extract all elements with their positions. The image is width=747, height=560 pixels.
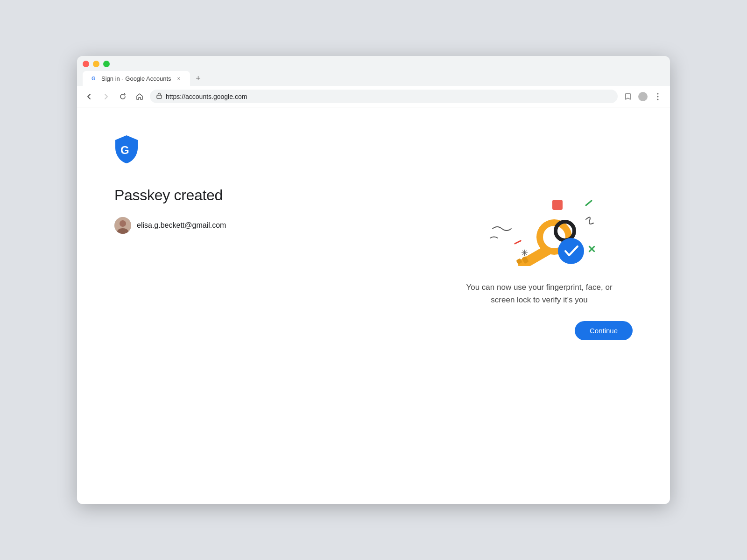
content-layout: Passkey created elisa.g.beckett@gmail.co…	[114, 182, 633, 476]
svg-rect-10	[552, 200, 563, 210]
tab-close-button[interactable]: ×	[175, 75, 183, 82]
tabs-row: G Sign in - Google Accounts × +	[83, 71, 664, 86]
minimize-window-button[interactable]	[93, 61, 99, 67]
page-content: G Passkey created elisa.g.beckett@gmail.…	[77, 107, 670, 504]
address-text: https://accounts.google.com	[166, 93, 611, 100]
user-email: elisa.g.beckett@gmail.com	[137, 221, 226, 230]
active-tab[interactable]: G Sign in - Google Accounts ×	[83, 71, 190, 86]
svg-line-11	[586, 201, 592, 205]
nav-actions	[621, 90, 664, 103]
back-button[interactable]	[83, 90, 96, 103]
traffic-lights	[83, 61, 664, 67]
svg-rect-2	[157, 95, 162, 98]
close-window-button[interactable]	[83, 61, 89, 67]
svg-line-12	[515, 241, 521, 244]
description-text: You can now use your fingerprint, face, …	[455, 281, 623, 306]
more-menu-button[interactable]	[651, 90, 664, 103]
svg-text:G: G	[120, 144, 129, 156]
svg-text:G: G	[92, 76, 96, 81]
new-tab-button[interactable]: +	[192, 72, 205, 85]
svg-point-4	[657, 96, 659, 97]
bookmark-button[interactable]	[621, 90, 634, 103]
svg-text:✕: ✕	[587, 244, 596, 255]
user-avatar	[114, 217, 131, 234]
svg-point-5	[657, 98, 659, 100]
nav-bar: https://accounts.google.com	[77, 86, 670, 107]
key-illustration: ✳ ✕	[465, 182, 614, 266]
user-avatar-nav[interactable]	[636, 90, 649, 103]
svg-point-3	[657, 93, 659, 94]
svg-point-8	[120, 220, 126, 227]
reload-button[interactable]	[116, 90, 129, 103]
home-button[interactable]	[133, 90, 146, 103]
page-title: Passkey created	[114, 187, 226, 204]
title-bar: G Sign in - Google Accounts × +	[77, 56, 670, 86]
tab-title: Sign in - Google Accounts	[101, 75, 171, 82]
tab-favicon: G	[90, 75, 98, 82]
browser-window: G Sign in - Google Accounts × +	[77, 56, 670, 504]
left-section: Passkey created elisa.g.beckett@gmail.co…	[114, 182, 226, 234]
lock-icon	[156, 92, 162, 100]
address-bar[interactable]: https://accounts.google.com	[150, 90, 618, 103]
google-shield-logo: G	[114, 135, 633, 182]
svg-point-21	[558, 238, 584, 264]
right-section: ✳ ✕	[446, 182, 633, 340]
continue-button[interactable]: Continue	[575, 321, 633, 340]
forward-button[interactable]	[99, 90, 113, 103]
user-row: elisa.g.beckett@gmail.com	[114, 217, 226, 234]
maximize-window-button[interactable]	[103, 61, 110, 67]
